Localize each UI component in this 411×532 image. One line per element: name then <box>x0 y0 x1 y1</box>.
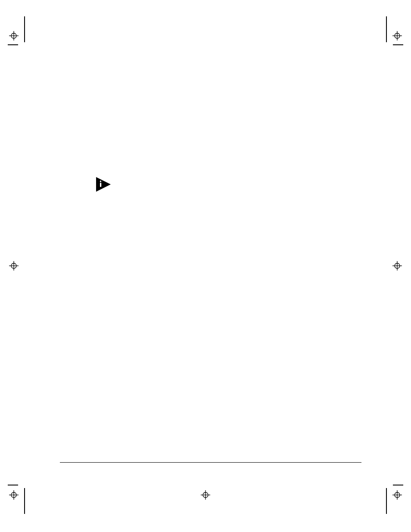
register-icon <box>392 490 402 500</box>
register-icon <box>201 490 210 500</box>
register-icon <box>9 31 19 40</box>
register-icon <box>9 261 19 271</box>
svg-point-22 <box>100 180 101 182</box>
register-icon <box>392 31 402 40</box>
footer-rule <box>60 462 361 463</box>
register-icon <box>9 490 19 500</box>
info-play-icon <box>95 176 112 193</box>
svg-marker-21 <box>96 177 111 192</box>
register-icon <box>392 261 402 271</box>
svg-rect-23 <box>100 183 101 187</box>
